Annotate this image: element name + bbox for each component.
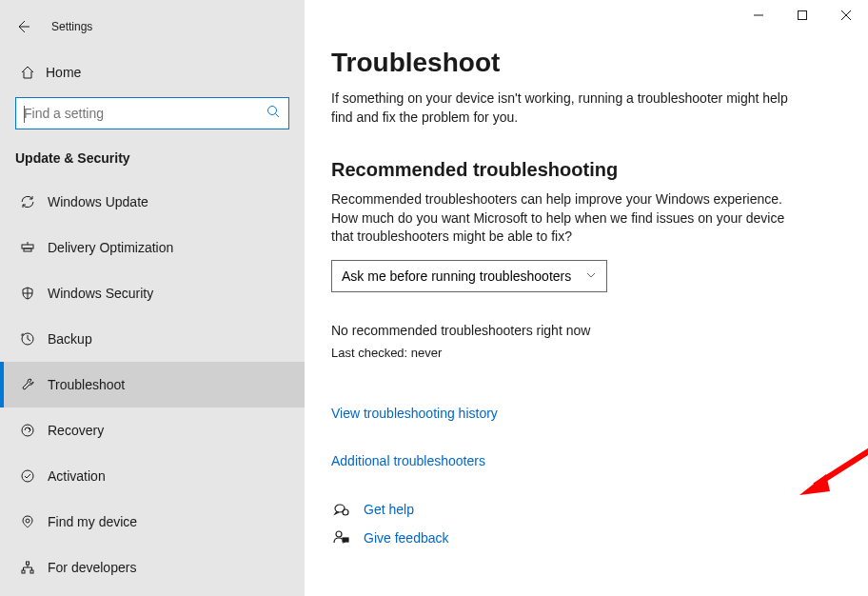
minimize-button[interactable] [737, 0, 780, 30]
back-button[interactable] [0, 19, 46, 34]
troubleshoot-preference-dropdown[interactable]: Ask me before running troubleshooters [331, 260, 607, 292]
close-button[interactable] [824, 0, 868, 30]
chevron-down-icon [585, 268, 597, 284]
delivery-icon [17, 240, 38, 255]
category-header: Update & Security [0, 143, 305, 179]
svg-rect-1 [22, 245, 33, 248]
help-icon [331, 501, 352, 518]
home-nav[interactable]: Home [0, 55, 305, 89]
svg-point-12 [343, 509, 348, 515]
search-box[interactable] [15, 97, 289, 129]
maximize-button[interactable] [780, 0, 824, 30]
sidebar-item-label: Backup [48, 331, 92, 347]
window-title: Settings [51, 20, 92, 33]
get-help-label: Get help [364, 502, 414, 517]
footer-links: Get help Give feedback [331, 501, 841, 546]
give-feedback-label: Give feedback [364, 530, 449, 546]
get-help-link[interactable]: Get help [331, 501, 841, 518]
sidebar-item-label: Windows Security [48, 286, 153, 301]
svg-rect-14 [343, 538, 348, 542]
activation-icon [17, 468, 38, 484]
svg-point-5 [22, 470, 33, 482]
page-description: If something on your device isn't workin… [331, 89, 807, 127]
feedback-icon [331, 529, 352, 546]
minimize-icon [754, 10, 763, 20]
svg-point-4 [22, 425, 33, 436]
sidebar-item-label: Activation [48, 468, 106, 484]
maximize-icon [798, 10, 807, 20]
backup-icon [17, 331, 38, 347]
svg-rect-8 [22, 570, 25, 573]
sidebar-item-windows-security[interactable]: Windows Security [0, 270, 305, 316]
sidebar-item-activation[interactable]: Activation [0, 453, 305, 499]
sidebar-item-troubleshoot[interactable]: Troubleshoot [0, 362, 305, 407]
shield-icon [17, 286, 38, 301]
sidebar-item-label: Find my device [48, 514, 137, 529]
sync-icon [17, 194, 38, 209]
search-input[interactable] [24, 106, 266, 121]
home-icon [17, 65, 38, 80]
svg-rect-2 [24, 248, 31, 251]
titlebar: Settings [0, 8, 305, 46]
home-label: Home [46, 65, 81, 80]
section-description: Recommended troubleshooters can help imp… [331, 190, 807, 247]
status-text: No recommended troubleshooters right now [331, 323, 841, 338]
dropdown-value: Ask me before running troubleshooters [342, 268, 571, 284]
svg-point-0 [268, 107, 277, 115]
wrench-icon [17, 377, 38, 392]
search-icon [266, 104, 281, 123]
svg-point-6 [26, 519, 30, 523]
close-icon [841, 10, 851, 20]
sidebar-item-delivery-optimization[interactable]: Delivery Optimization [0, 225, 305, 270]
sidebar-item-for-developers[interactable]: For developers [0, 545, 305, 590]
svg-rect-10 [799, 11, 807, 20]
annotation-arrow [799, 438, 868, 505]
main-content: Troubleshoot If something on your device… [305, 0, 868, 596]
give-feedback-link[interactable]: Give feedback [331, 529, 841, 546]
svg-marker-17 [799, 474, 830, 495]
additional-troubleshooters-link[interactable]: Additional troubleshooters [331, 453, 841, 468]
window-controls [737, 0, 868, 30]
sidebar-item-label: For developers [48, 560, 136, 575]
svg-rect-7 [27, 562, 30, 565]
last-checked-text: Last checked: never [331, 346, 841, 360]
back-arrow-icon [15, 19, 30, 34]
text-cursor [24, 106, 25, 123]
sidebar-item-backup[interactable]: Backup [0, 316, 305, 362]
section-title: Recommended troubleshooting [331, 159, 841, 181]
recovery-icon [17, 423, 38, 438]
sidebar-item-recovery[interactable]: Recovery [0, 407, 305, 453]
svg-rect-9 [30, 570, 33, 573]
location-icon [17, 514, 38, 529]
svg-point-13 [336, 531, 342, 537]
view-history-link[interactable]: View troubleshooting history [331, 406, 841, 421]
sidebar-item-windows-update[interactable]: Windows Update [0, 179, 305, 225]
sidebar-item-label: Windows Update [48, 194, 148, 209]
sidebar-item-find-my-device[interactable]: Find my device [0, 499, 305, 545]
sidebar-item-label: Troubleshoot [48, 377, 125, 392]
sidebar: Settings Home Update & Security Windows … [0, 0, 305, 596]
sidebar-item-label: Delivery Optimization [48, 240, 173, 255]
sidebar-item-label: Recovery [48, 423, 104, 438]
developer-icon [17, 560, 38, 575]
